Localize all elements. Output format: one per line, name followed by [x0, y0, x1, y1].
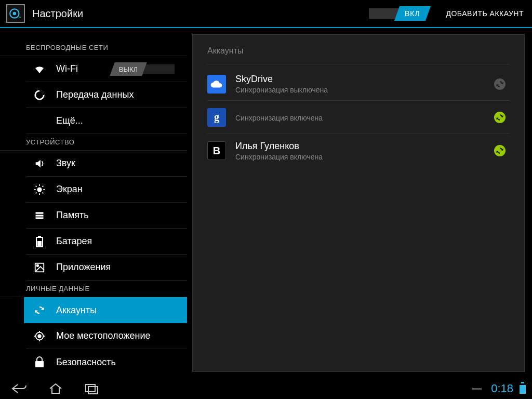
apps-icon	[32, 260, 47, 275]
app-icon[interactable]	[6, 4, 25, 23]
sidebar-item-label: Звук	[56, 158, 75, 169]
account-row-vk[interactable]: B Илья Гуленков Синхронизация включена	[207, 134, 510, 167]
detail-pane: Аккаунты SkyDrive Синхронизация выключен…	[187, 28, 532, 378]
sidebar-item-label: Аккаунты	[56, 305, 97, 316]
recents-button[interactable]	[79, 381, 105, 396]
svg-point-3	[37, 187, 42, 192]
account-sync-status: Синхронизация выключена	[235, 86, 493, 94]
account-name: Илья Гуленков	[235, 141, 493, 152]
svg-line-11	[43, 185, 44, 187]
sidebar-item-battery[interactable]: Батарея	[26, 229, 187, 255]
svg-point-20	[38, 335, 41, 338]
sidebar-item-label: Передача данных	[56, 89, 134, 100]
svg-rect-26	[35, 361, 44, 367]
svg-rect-30	[86, 384, 95, 392]
action-bar: Настройки ВКЛ ДОБАВИТЬ АККАУНТ	[0, 0, 532, 28]
detail-header: Аккаунты	[207, 46, 510, 64]
svg-rect-12	[36, 212, 44, 214]
sidebar-item-security[interactable]: Безопасность	[26, 349, 187, 375]
sidebar-item-storage[interactable]: Память	[26, 203, 187, 229]
account-row-google[interactable]: g Синхронизация включена	[207, 101, 510, 134]
location-icon	[32, 329, 47, 343]
sync-status-icon	[493, 77, 507, 91]
wifi-icon	[32, 62, 47, 76]
account-row-skydrive[interactable]: SkyDrive Синхронизация выключена	[207, 68, 510, 101]
vk-icon: B	[207, 141, 226, 160]
section-header-wireless: БЕСПРОВОДНЫЕ СЕТИ	[0, 39, 187, 56]
status-indicator-icon	[472, 388, 482, 390]
sync-status-icon	[493, 144, 507, 157]
sidebar-item-label: Приложения	[56, 262, 111, 273]
svg-rect-31	[88, 387, 98, 394]
page-title: Настройки	[32, 8, 83, 20]
sync-status-icon	[493, 111, 507, 124]
storage-icon	[32, 208, 47, 223]
account-name: SkyDrive	[235, 74, 493, 85]
svg-rect-17	[37, 241, 42, 246]
sidebar-item-display[interactable]: Экран	[26, 177, 187, 203]
sidebar-item-label: Безопасность	[56, 357, 116, 368]
svg-line-9	[43, 192, 44, 193]
svg-rect-16	[38, 236, 41, 237]
sidebar-item-location[interactable]: Мое местоположение	[26, 323, 187, 349]
skydrive-icon	[207, 75, 226, 94]
sidebar-item-sound[interactable]: Звук	[26, 151, 187, 177]
data-usage-icon	[32, 88, 47, 102]
svg-point-27	[494, 78, 506, 90]
battery-icon[interactable]	[520, 383, 526, 394]
svg-point-28	[494, 112, 506, 123]
accounts-master-toggle[interactable]: ВКЛ	[369, 6, 431, 21]
sidebar-item-accounts[interactable]: Аккаунты	[24, 297, 187, 323]
home-button[interactable]	[43, 381, 69, 396]
settings-sidebar: БЕСПРОВОДНЫЕ СЕТИ Wi-Fi ВЫКЛ Передача да…	[0, 28, 187, 378]
status-clock[interactable]: 0:18	[491, 382, 513, 395]
add-account-button[interactable]: ДОБАВИТЬ АККАУНТ	[446, 9, 524, 18]
toggle-off-label: ВЫКЛ	[119, 65, 138, 73]
lock-icon	[32, 355, 47, 369]
sidebar-item-wifi[interactable]: Wi-Fi ВЫКЛ	[26, 56, 187, 82]
sidebar-item-label: Батарея	[56, 236, 92, 247]
svg-line-8	[36, 185, 37, 187]
svg-rect-14	[36, 217, 44, 219]
sidebar-item-apps[interactable]: Приложения	[26, 255, 187, 281]
account-sync-status: Синхронизация включена	[235, 153, 493, 161]
section-header-device: УСТРОЙСТВО	[0, 134, 187, 151]
sidebar-item-more[interactable]: Ещё...	[26, 108, 187, 134]
back-button[interactable]	[6, 381, 32, 396]
toggle-on-label: ВКЛ	[405, 9, 421, 18]
sync-icon	[32, 303, 47, 317]
svg-point-29	[494, 145, 506, 156]
system-navigation-bar: 0:18	[0, 378, 532, 399]
sidebar-item-label: Память	[56, 210, 89, 221]
sidebar-item-data-usage[interactable]: Передача данных	[26, 82, 187, 108]
sidebar-item-label: Wi-Fi	[56, 63, 78, 74]
sidebar-item-label: Ещё...	[56, 115, 83, 126]
battery-icon	[32, 234, 47, 249]
svg-point-1	[13, 12, 16, 16]
account-sync-status: Синхронизация включена	[235, 114, 493, 122]
wifi-toggle[interactable]: ВЫКЛ	[112, 62, 180, 76]
svg-line-10	[36, 192, 37, 193]
svg-rect-13	[36, 215, 44, 216]
sidebar-item-label: Экран	[56, 184, 83, 195]
display-icon	[32, 182, 47, 197]
google-icon: g	[207, 108, 226, 127]
sound-icon	[32, 156, 47, 171]
section-header-personal: ЛИЧНЫЕ ДАННЫЕ	[0, 281, 187, 297]
svg-point-19	[37, 264, 39, 267]
sidebar-item-label: Мое местоположение	[56, 330, 151, 341]
